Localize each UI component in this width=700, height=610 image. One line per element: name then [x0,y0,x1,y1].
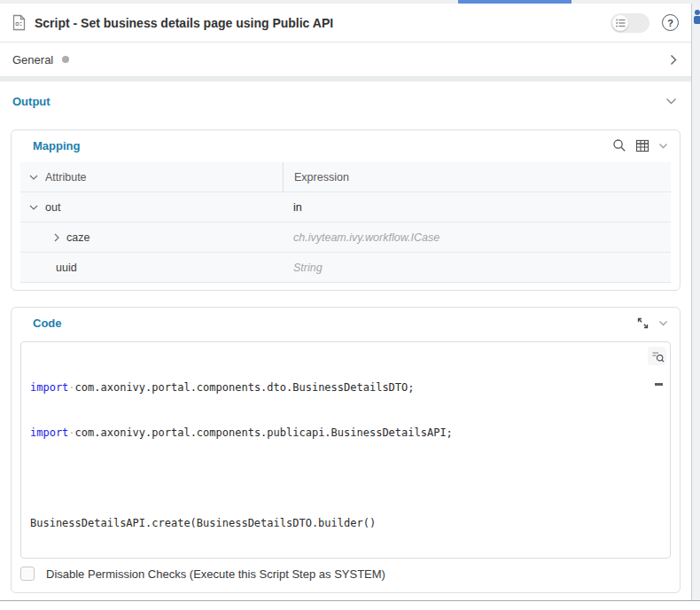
chevron-down-icon [665,98,677,105]
mapping-card: Mapping [11,129,681,291]
help-icon[interactable]: ? [662,14,679,31]
code-label: Code [33,317,62,330]
chevron-down-icon[interactable] [29,175,38,180]
column-header-attribute[interactable]: Attribute [20,162,283,192]
chevron-down-icon[interactable] [658,143,668,149]
chevron-down-icon[interactable] [658,320,668,326]
checkbox-label: Disable Permission Checks (Execute this … [46,567,385,581]
attribute-name: out [45,201,60,214]
chevron-down-icon[interactable] [29,205,38,210]
table-grid-icon[interactable] [635,139,649,152]
title-bar: Script - Set business details page using… [0,4,691,43]
chevron-right-icon [670,54,677,66]
person-icon [692,9,700,25]
list-toggle-icon [616,19,626,27]
chevron-right-icon[interactable] [54,233,59,242]
section-general[interactable]: General [0,43,691,77]
column-header-expression[interactable]: Expression [283,162,671,192]
expression-cell[interactable]: in [283,192,671,222]
table-row-caze[interactable]: caze ch.ivyteam.ivy.workflow.ICase [20,223,671,253]
script-step-icon [12,14,26,31]
table-header-row: Attribute Expression [20,162,671,192]
properties-view: Script - Set business details page using… [0,0,700,610]
workbench-right-strip [691,4,700,600]
mapping-header[interactable]: Mapping [12,130,680,160]
modified-indicator-dot [62,56,69,63]
script-properties-panel: Script - Set business details page using… [0,4,691,600]
general-label: General [12,53,53,66]
expression-cell[interactable]: ch.ivyteam.ivy.workflow.ICase [283,223,671,252]
toggle-knob [612,15,628,31]
code-line [30,471,661,486]
workbench-sash[interactable] [0,600,700,601]
code-line: BusinessDetailsAPI.create(BusinessDetail… [30,516,661,531]
section-output[interactable]: Output [0,82,691,121]
code-header[interactable]: Code [12,308,680,338]
code-line: import·com.axonivy.portal.components.dto… [30,380,661,395]
code-card: Code im [11,307,681,593]
table-row-out[interactable]: out in [20,192,671,223]
view-mode-toggle[interactable] [611,13,649,33]
code-editor[interactable]: import·com.axonivy.portal.components.dto… [20,341,671,559]
output-label: Output [12,95,51,108]
expand-icon[interactable] [636,317,649,330]
disable-permission-checkbox[interactable] [20,567,35,581]
attribute-name: caze [66,231,89,244]
code-line: import·com.axonivy.portal.components.pub… [30,426,661,441]
fold-dash[interactable] [655,383,663,386]
permission-checkbox-row: Disable Permission Checks (Execute this … [12,559,680,592]
mapping-table: Attribute Expression out in [20,162,671,283]
search-icon[interactable] [612,138,626,152]
mapping-label: Mapping [33,139,80,152]
attribute-name: uuid [56,262,77,274]
table-row-uuid[interactable]: uuid String [20,253,671,283]
find-in-code-icon[interactable] [648,347,666,365]
page-title: Script - Set business details page using… [35,16,611,30]
expression-cell[interactable]: String [283,253,671,282]
